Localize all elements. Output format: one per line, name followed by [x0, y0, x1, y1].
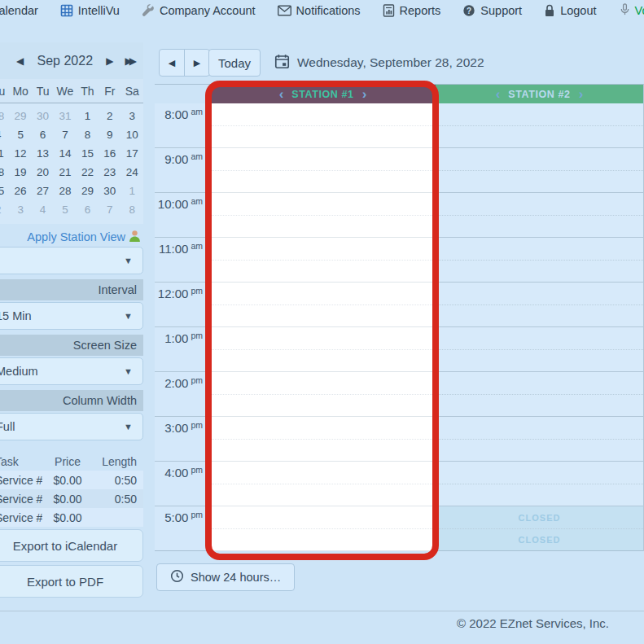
calendar-day[interactable]: 22 [77, 163, 99, 182]
calendar-day[interactable]: 29 [77, 182, 99, 200]
calendar-day[interactable]: 1 [121, 182, 143, 200]
calendar-day[interactable]: 24 [121, 163, 143, 182]
calendar-day[interactable]: 12 [9, 144, 31, 163]
station-next-icon[interactable]: › [362, 87, 367, 101]
calendar-day[interactable]: 8 [121, 200, 143, 219]
time-label: 8:00am [164, 107, 203, 121]
station1-slot[interactable] [210, 327, 436, 372]
time-gutter-cell: 1:00pm [155, 327, 210, 372]
calendar-day[interactable]: 28 [54, 182, 76, 200]
apply-station-view-link[interactable]: Apply Station View [27, 230, 125, 243]
calendar-day[interactable]: 28 [0, 107, 9, 125]
calendar-day[interactable]: 5 [54, 200, 76, 219]
station-prev-icon[interactable]: ‹ [496, 87, 501, 101]
screen-size-select[interactable]: Medium ▼ [0, 357, 143, 385]
station-header-2[interactable]: ‹STATION #2› [436, 85, 643, 103]
station2-slot[interactable] [436, 103, 643, 148]
nav-item-company-account[interactable]: Company Account [142, 4, 256, 17]
service-row[interactable]: Service #1$0.000:50 [0, 471, 143, 489]
nav-item-support[interactable]: ?Support [462, 4, 522, 17]
calendar-day[interactable]: 4 [0, 125, 9, 144]
calendar-day[interactable]: 5 [9, 125, 31, 144]
station2-slot[interactable] [436, 417, 643, 462]
station1-slot[interactable] [210, 283, 436, 327]
station1-slot[interactable] [210, 103, 436, 148]
calendar-day[interactable]: 4 [32, 200, 54, 219]
column-width-select[interactable]: Full ▼ [0, 413, 143, 440]
station1-slot[interactable] [210, 238, 436, 283]
calendar-day[interactable]: 11 [0, 144, 9, 163]
calendar-day[interactable]: 2 [0, 200, 9, 219]
calendar-day[interactable]: 7 [99, 200, 120, 219]
station1-slot[interactable] [210, 462, 436, 506]
calendar-day[interactable]: 30 [99, 182, 120, 200]
today-button[interactable]: Today [208, 49, 261, 77]
show-24-hours-button[interactable]: Show 24 hours… [156, 563, 295, 591]
station2-slot[interactable] [436, 283, 643, 327]
calendar-day[interactable]: 31 [54, 107, 76, 125]
calendar-day[interactable]: 20 [32, 163, 54, 182]
time-label: 12:00pm [158, 286, 203, 300]
nav-item-notifications[interactable]: Notifications [278, 4, 361, 17]
nav-item-reports[interactable]: Reports [383, 4, 441, 17]
nav-item-calendar[interactable]: Calendar [0, 4, 38, 17]
calendar-day[interactable]: 6 [32, 125, 54, 144]
calendar-day[interactable]: 21 [54, 163, 76, 182]
station1-slot[interactable] [210, 417, 436, 462]
export-icalendar-button[interactable]: Export to iCalendar [0, 529, 143, 562]
calendar-day[interactable]: 3 [121, 107, 143, 125]
nav-item-intellivu[interactable]: IntelliVu [60, 4, 120, 17]
station2-slot[interactable] [436, 462, 643, 506]
interval-select[interactable]: 15 Min ▼ [0, 302, 143, 330]
station-prev-icon[interactable]: ‹ [279, 87, 284, 101]
next-month-icon[interactable]: ▶ [106, 56, 113, 66]
station2-slot[interactable] [436, 372, 643, 417]
prev-month-icon[interactable]: ◀ [16, 56, 24, 66]
calendar-day[interactable]: 25 [0, 182, 9, 200]
calendar-day[interactable]: 2 [99, 107, 120, 125]
calendar-day[interactable]: 23 [99, 163, 120, 182]
calendar-day[interactable]: 13 [32, 144, 54, 163]
station-view-select[interactable]: ▼ [0, 247, 143, 274]
station2-slot[interactable] [436, 238, 643, 283]
calendar-day[interactable]: 30 [32, 107, 54, 125]
screen-size-value: Medium [0, 358, 142, 384]
mini-calendar-weekdays: SuMoTuWeThFrSa [0, 79, 143, 103]
next-day-button[interactable]: ▶ [184, 50, 209, 76]
calendar-day[interactable]: 18 [0, 163, 9, 182]
calendar-day[interactable]: 10 [121, 125, 143, 144]
calendar-day[interactable]: 29 [9, 107, 31, 125]
calendar-day[interactable]: 6 [77, 200, 99, 219]
calendar-day[interactable]: 1 [77, 107, 99, 125]
calendar-day[interactable]: 7 [54, 125, 76, 144]
station-next-icon[interactable]: › [579, 87, 584, 101]
calendar-day[interactable]: 3 [9, 200, 31, 219]
calendar-day[interactable]: 16 [99, 144, 120, 163]
calendar-day[interactable]: 17 [121, 144, 143, 163]
calendar-day[interactable]: 15 [77, 144, 99, 163]
service-row[interactable]: Service #2$0.000:50 [0, 489, 143, 508]
service-name: Service #3 [0, 511, 42, 524]
calendar-day[interactable]: 26 [9, 182, 31, 200]
export-pdf-button[interactable]: Export to PDF [0, 565, 143, 598]
calendar-day[interactable]: 19 [9, 163, 31, 182]
prev-day-button[interactable]: ◀ [160, 50, 184, 76]
service-row[interactable]: Service #3$0.00 [0, 508, 143, 527]
hour-row: 8:00am [155, 103, 643, 148]
calendar-day[interactable]: 9 [99, 125, 120, 144]
wrench-icon [142, 4, 155, 17]
station1-slot[interactable] [210, 372, 436, 417]
calendar-day[interactable]: 14 [54, 144, 76, 163]
calendar-day[interactable]: 8 [77, 125, 99, 144]
station2-slot[interactable] [436, 148, 643, 193]
station1-slot[interactable] [210, 193, 436, 238]
nav-item-logout[interactable]: Logout [544, 4, 596, 17]
station2-slot[interactable]: CLOSEDCLOSED [436, 506, 643, 551]
station2-slot[interactable] [436, 327, 643, 372]
station1-slot[interactable] [210, 506, 436, 551]
station1-slot[interactable] [210, 148, 436, 193]
station2-slot[interactable] [436, 193, 643, 238]
calendar-day[interactable]: 27 [32, 182, 54, 200]
next-year-icon[interactable]: ▶▶ [125, 56, 134, 66]
station-header-1[interactable]: ‹STATION #1› [210, 85, 436, 103]
